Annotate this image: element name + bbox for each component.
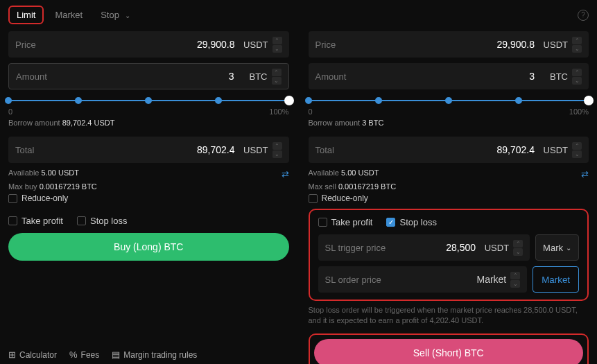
sl-trigger-stepper[interactable]: ⌃⌄ (513, 240, 523, 256)
total-field[interactable]: Total 89,702.4 USDT ⌃⌄ (8, 137, 289, 163)
sl-order-field[interactable]: SL order price Market ⌃⌄ (318, 266, 528, 293)
help-icon[interactable]: ? (578, 10, 589, 21)
tab-limit[interactable]: Limit (8, 6, 44, 24)
price-field[interactable]: Price 29,900.8 USDT ⌃⌄ (309, 31, 589, 58)
order-type-tabs: Limit Market Stop ⌄ (8, 6, 137, 24)
transfer-icon[interactable]: ⇄ (581, 169, 589, 180)
total-field[interactable]: Total 89,702.4 USDT ⌃⌄ (309, 137, 589, 163)
price-stepper[interactable]: ⌃⌄ (572, 37, 582, 53)
mark-dropdown[interactable]: Mark ⌄ (535, 234, 579, 261)
available: Available 5.00 USDT (309, 168, 379, 177)
amount-field[interactable]: Amount 3 BTC ⌃⌄ (8, 63, 289, 89)
document-icon: ▤ (112, 349, 120, 360)
amount-stepper[interactable]: ⌃⌄ (572, 69, 582, 85)
tab-stop[interactable]: Stop ⌄ (94, 7, 137, 23)
calculator-link[interactable]: ⊞ Calculator (8, 349, 57, 360)
stop-loss-checkbox[interactable] (77, 216, 86, 225)
amount-field[interactable]: Amount 3 BTC ⌃⌄ (309, 63, 589, 89)
reduce-only-checkbox[interactable] (309, 194, 318, 203)
price-field[interactable]: Price 29,900.8 USDT ⌃⌄ (8, 31, 289, 58)
tab-market[interactable]: Market (48, 7, 89, 23)
buy-panel: Price 29,900.8 USDT ⌃⌄ Amount 3 BTC ⌃⌄ 0… (8, 31, 289, 364)
borrow-amount: Borrow amount 89,702.4 USDT (8, 119, 289, 127)
amount-slider[interactable] (8, 95, 289, 106)
price-stepper[interactable]: ⌃⌄ (272, 37, 282, 53)
market-button[interactable]: Market (533, 266, 579, 293)
chevron-down-icon: ⌄ (125, 12, 130, 19)
rules-link[interactable]: ▤ Margin trading rules (112, 349, 197, 360)
reduce-only-checkbox[interactable] (8, 194, 17, 203)
sell-button[interactable]: Sell (Short) BTC (314, 339, 584, 364)
max-sell: Max sell 0.00167219 BTC (309, 182, 589, 191)
amount-slider[interactable] (309, 95, 589, 106)
max-buy: Max buy 0.00167219 BTC (8, 182, 289, 191)
sell-panel: Price 29,900.8 USDT ⌃⌄ Amount 3 BTC ⌃⌄ 0… (309, 31, 589, 364)
transfer-icon[interactable]: ⇄ (282, 169, 289, 180)
available: Available 5.00 USDT (8, 168, 79, 177)
sl-trigger-field[interactable]: SL trigger price 28,500 USDT ⌃⌄ (318, 234, 530, 261)
total-stepper[interactable]: ⌃⌄ (272, 142, 282, 158)
stop-loss-highlight: Take profit Stop loss SL trigger price 2… (309, 209, 589, 301)
borrow-amount: Borrow amount 3 BTC (309, 119, 589, 127)
percent-icon: % (69, 349, 78, 360)
total-stepper[interactable]: ⌃⌄ (572, 142, 582, 158)
amount-stepper[interactable]: ⌃⌄ (272, 69, 282, 85)
footer-bar: ⊞ Calculator % Fees ▤ Margin trading rul… (8, 349, 197, 360)
take-profit-checkbox[interactable] (8, 216, 17, 225)
stop-loss-checkbox[interactable] (386, 218, 395, 227)
fees-link[interactable]: % Fees (69, 349, 99, 360)
sl-note: Stop loss order will be triggered when t… (309, 305, 589, 327)
buy-button[interactable]: Buy (Long) BTC (8, 233, 289, 261)
take-profit-checkbox[interactable] (318, 218, 327, 227)
chevron-down-icon: ⌄ (566, 244, 571, 252)
calculator-icon: ⊞ (8, 349, 16, 360)
sl-order-stepper[interactable]: ⌃⌄ (510, 272, 520, 288)
